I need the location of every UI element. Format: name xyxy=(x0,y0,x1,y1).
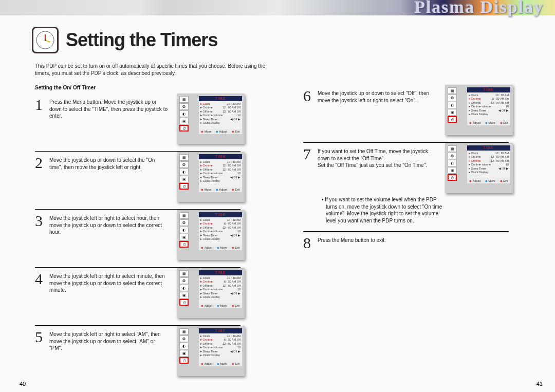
step-number: 3 xyxy=(35,214,45,228)
right-column: 6 Move the joystick up or down to select… xyxy=(303,85,519,376)
title-row: Setting the Timers xyxy=(0,15,555,53)
step-text: Move the joystick up or down to select t… xyxy=(49,156,168,171)
step-number: 4 xyxy=(35,272,45,286)
page-number-right: 41 xyxy=(536,381,543,387)
svg-point-3 xyxy=(45,40,46,41)
step-6: 6 Move the joystick up or down to select… xyxy=(303,85,519,135)
page-number-left: 40 xyxy=(20,381,26,387)
note-text: • If you want to set the volume level wh… xyxy=(303,193,447,224)
step-number: 2 xyxy=(35,156,45,170)
step-text: Press the Menu button. Move the joystick… xyxy=(49,98,168,120)
step-text: Move the joystick left or right to selec… xyxy=(49,214,168,236)
content-area: This PDP can be set to turn on or off au… xyxy=(35,63,541,382)
step-4: 4 Move the joystick left or right to sel… xyxy=(35,268,251,318)
step-text: Move the joystick left or right to selec… xyxy=(49,330,168,352)
step-number: 5 xyxy=(35,330,45,344)
osd-thumbnail: ▦✪◐▣⏱TIME▸ Clock10 : 30 AM▸ On time6 : 3… xyxy=(177,268,245,318)
header-band: Plasma Display xyxy=(0,0,555,15)
left-column: Setting the On/ Off Timer 1 Press the Me… xyxy=(35,85,251,376)
osd-thumbnail: ▦✪◐▣⏱TIME▸ Clock10 : 30 AM▸ On time12 : … xyxy=(445,143,513,193)
section-subheading: Setting the On/ Off Timer xyxy=(35,85,251,90)
step-text: Press the Menu button to exit. xyxy=(318,236,436,244)
osd-thumbnail: ▦✪◐▣⏱TIME▸ Clock10 : 30 AM▸ On time12 : … xyxy=(177,152,245,202)
step-2: 2 Move the joystick up or down to select… xyxy=(35,152,251,202)
osd-thumbnail: ▦✪◐▣⏱TIME▸ Clock10 : 30 AM▸ On time6 : 3… xyxy=(445,85,513,135)
brand-title: Plasma Display xyxy=(414,0,544,17)
step-text: Move the joystick left or right to selec… xyxy=(49,272,168,294)
step-5: 5 Move the joystick left or right to sel… xyxy=(35,326,251,376)
clock-icon xyxy=(32,27,59,53)
step-number: 8 xyxy=(303,236,313,250)
osd-thumbnail: ▦✪◐▣⏱TIME▸ Clock10 : 30 AM▸ On time12 : … xyxy=(177,94,245,144)
step-1: 1 Press the Menu button. Move the joysti… xyxy=(35,94,251,144)
step-number: 1 xyxy=(35,98,45,111)
osd-thumbnail: ▦✪◐▣⏱TIME▸ Clock10 : 30 AM▸ On time6 : 0… xyxy=(177,210,245,260)
step-text: Move the joystick up or down to select "… xyxy=(318,89,436,104)
intro-text: This PDP can be set to turn on or off au… xyxy=(35,63,266,77)
step-number: 7 xyxy=(303,147,313,161)
step-8: 8 Press the Menu button to exit. xyxy=(303,232,519,250)
osd-thumbnail: ▦✪◐▣⏱TIME▸ Clock10 : 30 AM▸ On time6 : 3… xyxy=(177,326,245,376)
step-3: 3 Move the joystick left or right to sel… xyxy=(35,210,251,260)
step-7: 7 If you want to set the Off Time, move … xyxy=(303,143,519,193)
page-title: Setting the Timers xyxy=(66,29,217,51)
step-text: If you want to set the Off Time, move th… xyxy=(318,147,436,169)
step-number: 6 xyxy=(303,89,313,103)
